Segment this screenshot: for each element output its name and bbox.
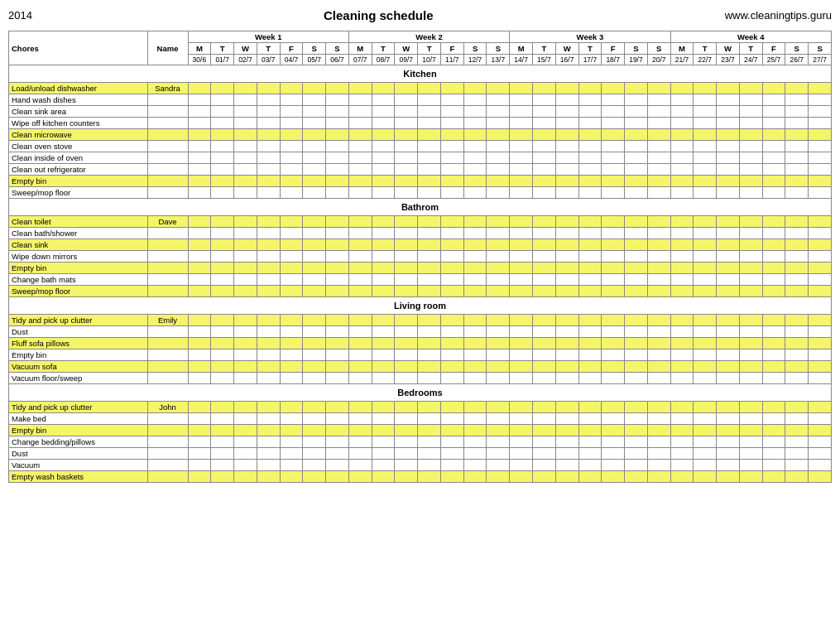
task-assignee: John <box>147 402 188 413</box>
task-cell <box>326 436 349 448</box>
task-cell <box>762 274 785 286</box>
task-cell <box>809 228 832 239</box>
task-cell <box>694 286 717 297</box>
task-cell <box>739 274 762 286</box>
task-row: Wipe off kitchen counters <box>9 118 832 129</box>
task-cell <box>670 413 694 425</box>
task-cell <box>188 274 211 286</box>
task-cell <box>717 228 740 239</box>
task-cell <box>348 436 372 448</box>
w2d4: T <box>418 43 441 55</box>
task-cell <box>280 286 303 297</box>
task-cell <box>532 187 555 199</box>
task-cell <box>785 83 809 94</box>
task-cell <box>762 402 785 413</box>
task-cell <box>211 471 234 483</box>
task-name: Clean oven stove <box>9 141 148 152</box>
task-cell <box>670 471 694 483</box>
task-cell <box>188 187 211 199</box>
section-header-bathroom: Bathrom <box>9 199 832 216</box>
task-cell <box>670 176 694 187</box>
task-cell <box>418 361 441 373</box>
task-cell <box>257 460 280 471</box>
week4-header: Week 4 <box>670 31 831 43</box>
task-cell <box>602 228 625 239</box>
task-cell <box>487 436 510 448</box>
task-cell <box>510 129 533 141</box>
task-cell <box>625 315 648 326</box>
task-cell <box>487 315 510 326</box>
task-cell <box>647 436 670 448</box>
task-cell <box>578 402 602 413</box>
task-cell <box>440 402 463 413</box>
task-cell <box>463 436 487 448</box>
task-cell <box>694 94 717 106</box>
task-cell <box>510 176 533 187</box>
task-assignee <box>147 326 188 338</box>
task-cell <box>532 216 555 228</box>
w1d2: T <box>211 43 234 55</box>
task-cell <box>785 326 809 338</box>
task-cell <box>602 373 625 384</box>
task-cell <box>602 286 625 297</box>
task-cell <box>463 274 487 286</box>
task-cell <box>280 315 303 326</box>
task-cell <box>487 349 510 361</box>
task-cell <box>395 326 418 338</box>
task-cell <box>532 228 555 239</box>
task-cell <box>670 106 694 118</box>
task-cell <box>532 274 555 286</box>
task-cell <box>555 326 578 338</box>
date-w1d5: 04/7 <box>280 55 303 65</box>
task-cell <box>602 425 625 436</box>
task-cell <box>348 251 372 263</box>
task-cell <box>303 274 326 286</box>
task-cell <box>440 216 463 228</box>
task-cell <box>372 338 395 349</box>
section-label: Bathrom <box>9 199 832 216</box>
task-cell <box>440 118 463 129</box>
task-cell <box>418 436 441 448</box>
task-cell <box>717 274 740 286</box>
task-cell <box>532 251 555 263</box>
task-cell <box>555 460 578 471</box>
task-cell <box>418 338 441 349</box>
task-assignee <box>147 228 188 239</box>
task-assignee <box>147 129 188 141</box>
task-cell <box>555 436 578 448</box>
task-cell <box>510 286 533 297</box>
w2d2: T <box>372 43 395 55</box>
task-cell <box>188 216 211 228</box>
task-cell <box>463 326 487 338</box>
task-cell <box>739 152 762 164</box>
task-cell <box>326 228 349 239</box>
task-cell <box>440 349 463 361</box>
task-cell <box>670 361 694 373</box>
task-cell <box>510 315 533 326</box>
task-name: Clean microwave <box>9 129 148 141</box>
task-name: Clean out refrigerator <box>9 164 148 176</box>
task-cell <box>555 106 578 118</box>
task-cell <box>532 471 555 483</box>
task-cell <box>418 460 441 471</box>
task-cell <box>555 83 578 94</box>
task-cell <box>348 413 372 425</box>
task-cell <box>234 129 257 141</box>
task-cell <box>234 448 257 460</box>
task-cell <box>463 141 487 152</box>
task-cell <box>809 361 832 373</box>
task-assignee <box>147 176 188 187</box>
task-cell <box>762 187 785 199</box>
task-cell <box>555 402 578 413</box>
task-name: Sweep/mop floor <box>9 187 148 199</box>
task-cell <box>762 106 785 118</box>
task-cell <box>280 361 303 373</box>
task-row: Dust <box>9 326 832 338</box>
date-w1d3: 02/7 <box>234 55 257 65</box>
task-cell <box>532 315 555 326</box>
task-cell <box>463 94 487 106</box>
task-cell <box>257 83 280 94</box>
task-cell <box>694 164 717 176</box>
task-cell <box>578 471 602 483</box>
task-cell <box>670 460 694 471</box>
